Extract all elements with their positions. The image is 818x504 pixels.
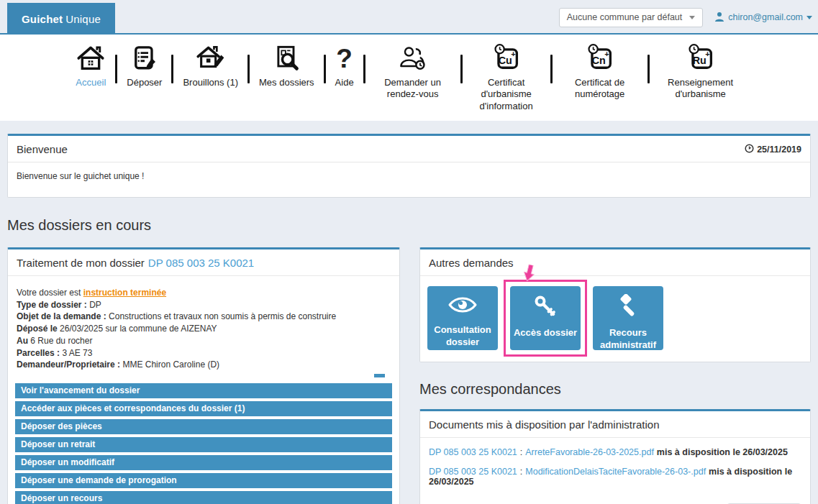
action-deposer-modificatif[interactable]: Déposer un modificatif	[15, 455, 392, 470]
nav-label: Déposer	[127, 77, 162, 88]
drafts-house-pencil-icon	[196, 43, 225, 73]
action-deposer-retrait[interactable]: Déposer un retrait	[15, 437, 392, 452]
nav-item-mes-dossiers[interactable]: Mes dossiers	[250, 43, 324, 88]
consultation-dossier-button[interactable]: Consultation dossier	[427, 286, 498, 350]
chevron-down-icon	[806, 16, 812, 19]
dossier-field: Objet de la demande : Constructions et t…	[17, 311, 391, 323]
recours-administratif-button[interactable]: Recours administratif	[593, 286, 663, 350]
welcome-message: Bienvenue sur le guichet unique !	[8, 162, 810, 197]
nav-label: Brouillons (1)	[183, 77, 238, 88]
help-icon: ?	[336, 43, 353, 73]
svg-text:Cn: Cn	[591, 55, 605, 66]
dossier-panel: Traitement de mon dossier DP 085 003 25 …	[7, 247, 400, 504]
user-email: chiron@gmail.com	[728, 12, 803, 22]
eye-icon	[447, 294, 478, 319]
nav-label: Demander un rendez-vous	[375, 77, 451, 101]
acces-dossier-button[interactable]: Accès dossier	[510, 286, 581, 350]
nav-item-deposer[interactable]: Déposer	[117, 43, 171, 88]
dossier-field: Déposé le 26/03/2025 sur la commune de A…	[17, 323, 391, 335]
top-bar: Guichet Unique Aucune commune par défaut…	[0, 0, 818, 35]
highlight-annotation: Accès dossier	[510, 286, 581, 350]
nav-item-certificat-urbanisme[interactable]: Cu + Certificat d'urbanisme d'informatio…	[463, 43, 550, 112]
commune-select-value: Aucune commune par défaut	[567, 12, 683, 22]
svg-text:+: +	[604, 50, 609, 58]
nav-label: Certificat d'urbanisme d'information	[472, 77, 541, 112]
correspondances-panel-title: Documents mis à disposition par l'admini…	[429, 418, 660, 431]
svg-text:Ru: Ru	[692, 55, 706, 66]
dossier-field: Au 6 Rue du rocher	[17, 335, 391, 347]
nav-label: Mes dossiers	[259, 77, 314, 88]
dossier-reference-link[interactable]: DP 085 003 25 K0021	[429, 467, 517, 477]
svg-text:+: +	[705, 50, 709, 58]
nav-label: Renseignement d'urbanisme	[659, 77, 742, 101]
dossier-title-prefix: Traitement de mon dossier	[17, 257, 145, 269]
dossier-status-link[interactable]: instruction terminée	[83, 288, 166, 298]
action-deposer-pieces[interactable]: Déposer des pièces	[15, 419, 392, 434]
svg-text:Cu: Cu	[498, 55, 512, 66]
nav-item-aide[interactable]: ? Aide	[326, 43, 363, 88]
nav-item-rendez-vous[interactable]: Demander un rendez-vous	[365, 43, 460, 101]
appointment-people-clock-icon	[398, 43, 428, 73]
correspondances-panel: Documents mis à disposition par l'admini…	[419, 409, 811, 504]
document-row: DP 085 003 25 K0021:ArreteFavorable-26-0…	[429, 447, 801, 457]
nav-item-renseignement-urbanisme[interactable]: Ru + Renseignement d'urbanisme	[650, 43, 752, 101]
dossier-field: Demandeur/Proprietaire : MME Chiron Caro…	[17, 359, 391, 371]
welcome-date: 25/11/2019	[745, 144, 801, 155]
tile-label: Consultation dossier	[427, 324, 498, 349]
deposit-form-icon	[130, 43, 159, 73]
nav-label: Accueil	[76, 77, 106, 88]
app-logo[interactable]: Guichet Unique	[7, 3, 115, 35]
logo-text-bold: Guichet	[22, 13, 63, 25]
nav-label: Certificat de numérotage	[562, 77, 638, 101]
svg-text:+: +	[511, 50, 515, 58]
action-deposer-recours[interactable]: Déposer un recours	[15, 491, 392, 504]
dossier-reference-link[interactable]: DP 085 003 25 K0021	[148, 257, 254, 269]
tile-label: Accès dossier	[514, 327, 577, 339]
nav-label: Aide	[335, 77, 354, 88]
home-icon	[76, 43, 105, 73]
clock-icon	[745, 144, 754, 155]
dossier-status-line: Votre dossier est instruction terminée	[17, 287, 391, 299]
collapse-panel-button[interactable]	[374, 374, 385, 377]
tile-label: Recours administratif	[593, 327, 663, 352]
nav-item-certificat-numerotage[interactable]: Cn + Certificat de numérotage	[553, 43, 647, 101]
section-title-correspondances: Mes correspondances	[419, 381, 811, 398]
section-title-dossiers: Mes dossiers en cours	[7, 217, 811, 234]
commune-select[interactable]: Aucune commune par défaut	[559, 8, 704, 27]
document-file-link[interactable]: ModificationDelaisTaciteFavorable-26-03-…	[525, 467, 706, 477]
nav-item-accueil[interactable]: Accueil	[66, 43, 115, 88]
document-file-link[interactable]: ArreteFavorable-26-03-2025.pdf	[525, 447, 654, 457]
key-icon	[533, 294, 558, 322]
chevron-down-icon	[689, 16, 695, 19]
action-demande-prorogation[interactable]: Déposer une demande de prorogation	[15, 473, 392, 488]
logo-text-regular: Unique	[65, 13, 101, 25]
dossier-reference-link[interactable]: DP 085 003 25 K0021	[429, 447, 517, 457]
cu-badge-icon: Cu +	[491, 43, 522, 73]
nav-item-brouillons[interactable]: Brouillons (1)	[173, 43, 247, 88]
action-acceder-pieces[interactable]: Accéder aux pièces et correspondances du…	[15, 401, 392, 416]
user-icon	[714, 12, 724, 24]
autres-demandes-panel: Autres demandes Consult	[419, 247, 811, 362]
action-voir-avancement[interactable]: Voir l'avancement du dossier	[15, 383, 392, 398]
welcome-panel: Bienvenue 25/11/2019 Bienvenue sur le gu…	[7, 134, 811, 198]
welcome-title: Bienvenue	[17, 143, 68, 155]
dossier-field: Type de dossier : DP	[17, 299, 391, 311]
gavel-icon	[616, 294, 640, 322]
document-search-icon	[272, 43, 301, 73]
main-nav: Accueil Déposer Brouillon	[0, 35, 818, 121]
dossier-field: Parcelles : 3 AE 73	[17, 347, 391, 359]
autres-demandes-title: Autres demandes	[429, 257, 514, 269]
cn-badge-icon: Cn +	[585, 43, 615, 73]
document-row: DP 085 003 25 K0021:ModificationDelaisTa…	[429, 467, 801, 487]
ru-badge-icon: Ru +	[686, 43, 716, 73]
user-menu[interactable]: chiron@gmail.com	[714, 12, 812, 24]
